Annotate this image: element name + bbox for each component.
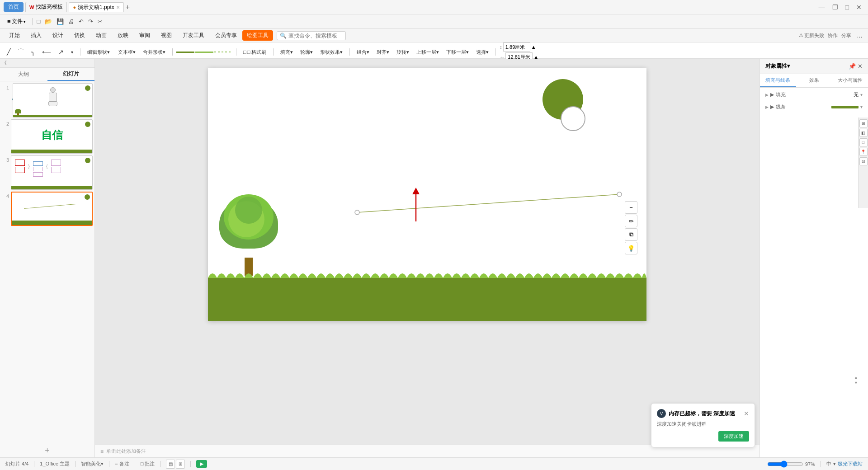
slide-item-3[interactable]: 3 } { [2, 155, 93, 190]
pin-icon[interactable]: 📌 [849, 63, 856, 70]
mini-btn-1[interactable]: ⊞ [859, 119, 868, 127]
slide-item-1[interactable]: 1 🔊 [2, 83, 93, 118]
line-tool-5[interactable]: ↗ [55, 47, 67, 57]
edit-shape-button[interactable]: 编辑形状▾ [84, 47, 113, 57]
new-tab-button[interactable]: + [126, 3, 130, 11]
tab-current-file[interactable]: ● 演示文稿1.pptx ✕ [69, 2, 123, 12]
minimize-button[interactable]: — [816, 4, 828, 11]
selected-line[interactable] [344, 190, 637, 244]
outline-button[interactable]: 轮廓▾ [297, 47, 316, 57]
ctx-light-button[interactable]: 💡 [625, 242, 637, 254]
line-color-control[interactable]: ▾ [831, 104, 863, 109]
rotate-button[interactable]: 旋转▾ [393, 47, 412, 57]
layer-down-button[interactable]: 下移一层▾ [443, 47, 472, 57]
slide-item-4[interactable]: 4 [2, 192, 93, 226]
slide-item-2[interactable]: 2 自信 [2, 119, 93, 154]
mini-btn-3[interactable]: □ [859, 138, 868, 146]
canvas-scroll[interactable]: − ✏ ⧉ 💡 [95, 59, 760, 445]
smart-beauty-button[interactable]: 智能美化▾ [81, 461, 104, 467]
layer-up-button[interactable]: 上移一层▾ [413, 47, 442, 57]
tab-slideshow[interactable]: 放映 [112, 30, 134, 41]
tab-transition[interactable]: 切换 [69, 30, 90, 41]
share-button[interactable]: 分享 [841, 32, 851, 39]
merge-shape-button[interactable]: 合并形状▾ [140, 47, 169, 57]
tab-developer[interactable]: 开发工具 [177, 30, 210, 41]
redo-icon[interactable]: ↷ [86, 17, 95, 26]
more-lines[interactable]: ▾ [68, 48, 76, 56]
print-icon[interactable]: 🖨 [66, 17, 76, 26]
fill-expand-icon[interactable]: ▶ [770, 92, 774, 98]
mini-btn-5[interactable]: ⊡ [859, 157, 868, 165]
line-tool-1[interactable]: ╱ [4, 47, 14, 57]
slide-thumb-1[interactable] [13, 83, 93, 118]
slide-thumb-2[interactable]: 自信 [11, 119, 93, 154]
mini-btn-2[interactable]: ◧ [859, 129, 868, 137]
add-slide-button[interactable]: + [0, 444, 94, 457]
collab-button[interactable]: 协作 [828, 32, 838, 39]
format-brush-button[interactable]: □ □ 格式刷 [240, 47, 269, 57]
tab-view[interactable]: 视图 [156, 30, 177, 41]
ctx-minus-button[interactable]: − [625, 201, 637, 214]
outline-tab[interactable]: 大纲 [0, 68, 47, 81]
slides-tab[interactable]: 幻灯片 [47, 68, 95, 81]
fill-button[interactable]: 填充▾ [277, 47, 296, 57]
scroll-down-icon[interactable]: ▼ [854, 381, 858, 385]
right-actions: ⚠ 更新失败 协作 分享 … [799, 31, 864, 40]
normal-view-button[interactable]: ▤ [166, 460, 175, 469]
notes-button[interactable]: ≡ 备注 [115, 461, 129, 467]
tab-close-icon[interactable]: ✕ [116, 5, 120, 10]
tab-insert[interactable]: 插入 [25, 30, 47, 41]
close-panel-icon[interactable]: ✕ [858, 63, 863, 70]
width-input[interactable] [503, 42, 530, 52]
notification-close-icon[interactable]: ✕ [744, 410, 749, 417]
line-expand-icon[interactable]: ▶ [770, 104, 774, 110]
effect-button[interactable]: 形状效果▾ [317, 47, 346, 57]
zoom-slider[interactable] [767, 461, 803, 468]
input-method-icon[interactable]: ▾ [833, 461, 836, 467]
tab-draw-tools[interactable]: 绘图工具 [242, 30, 273, 41]
update-button[interactable]: ⚠ 更新失败 [799, 32, 824, 39]
width-up-icon[interactable]: ▲ [531, 44, 536, 50]
tab-templates[interactable]: W 找版亮模板 [25, 2, 67, 12]
scroll-up-icon[interactable]: ▲ [854, 375, 858, 380]
cut-icon[interactable]: ✂ [96, 17, 104, 26]
mini-btn-4[interactable]: 📍 [859, 148, 868, 156]
ctx-edit-button[interactable]: ✏ [625, 215, 637, 227]
circle-white[interactable] [561, 106, 585, 131]
select-button[interactable]: 选择▾ [473, 47, 492, 57]
tab-animation[interactable]: 动画 [90, 30, 112, 41]
tab-member[interactable]: 会员专享 [210, 30, 242, 41]
search-input[interactable] [288, 33, 343, 39]
fill-dropdown[interactable]: 无 ▾ [854, 91, 863, 98]
line-tool-3[interactable]: ╮ [28, 47, 38, 57]
restore-button[interactable]: ❐ [830, 4, 841, 11]
tab-design[interactable]: 设计 [47, 30, 69, 41]
file-menu[interactable]: ≡ 文件 ▾ [4, 16, 29, 27]
close-button[interactable]: ✕ [854, 4, 864, 11]
rp-tab-size[interactable]: 大小与属性 [832, 74, 868, 87]
review-button[interactable]: □ 批注 [141, 461, 155, 467]
line-tool-2[interactable]: ⌒ [14, 47, 27, 57]
open-file-icon[interactable]: 📂 [43, 17, 54, 26]
group-button[interactable]: 组合▾ [354, 47, 373, 57]
rp-tab-fill[interactable]: 填充与线条 [760, 74, 796, 87]
slide-thumb-4[interactable] [11, 192, 93, 226]
deep-accelerate-button[interactable]: 深度加速 [718, 431, 749, 442]
save-icon[interactable]: 💾 [55, 17, 66, 26]
text-box-button[interactable]: 文本框▾ [115, 47, 139, 57]
undo-icon[interactable]: ↶ [77, 17, 85, 26]
align-button[interactable]: 对齐▾ [373, 47, 392, 57]
sidebar-collapse-icon[interactable]: 《 [2, 60, 7, 66]
new-file-icon[interactable]: □ [35, 17, 42, 26]
maximize-button[interactable]: □ [843, 4, 852, 11]
rp-tab-effect[interactable]: 效果 [796, 74, 832, 87]
slide-thumb-3[interactable]: } { [11, 155, 93, 190]
ctx-copy-button[interactable]: ⧉ [625, 228, 637, 241]
home-button[interactable]: 首页 [4, 2, 24, 12]
tab-start[interactable]: 开始 [4, 30, 25, 41]
play-button[interactable]: ▶ [196, 460, 207, 468]
sort-view-button[interactable]: ⊞ [176, 460, 185, 469]
line-tool-4[interactable]: ⟵ [39, 47, 54, 57]
more-options-icon[interactable]: … [855, 31, 864, 40]
tab-review[interactable]: 审阅 [134, 30, 156, 41]
